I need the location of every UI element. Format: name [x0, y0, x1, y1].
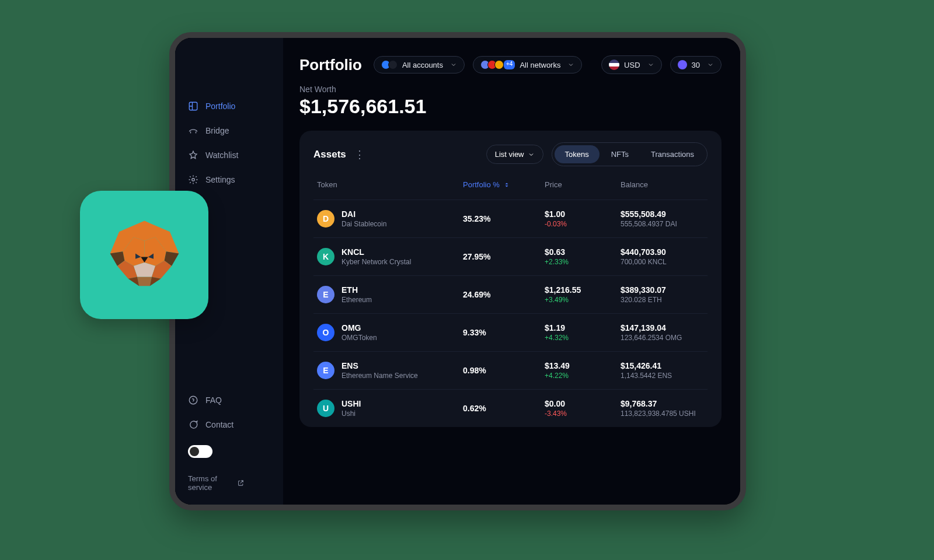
price-change: -3.43%	[545, 410, 615, 418]
more-menu-button[interactable]: ⋮	[354, 148, 366, 161]
col-price[interactable]: Price	[545, 180, 615, 189]
star-icon	[188, 150, 198, 160]
sidebar-item-settings[interactable]: Settings	[175, 167, 283, 192]
token-icon: U	[317, 400, 334, 417]
sort-icon	[503, 181, 510, 188]
networks-extra-badge: +4	[504, 60, 515, 69]
balance-usd: $440,703.90	[621, 247, 704, 257]
token-price: $0.63	[545, 247, 615, 257]
sidebar-item-label: Portfolio	[205, 102, 235, 111]
token-icon: E	[317, 362, 334, 379]
dashboard-icon	[188, 101, 198, 111]
token-name: Ethereum	[341, 296, 372, 304]
tablet-frame: Portfolio Bridge Watchlist Settings	[169, 32, 746, 510]
balance-usd: $147,139.04	[621, 323, 704, 332]
currency-label: USD	[624, 61, 640, 69]
price-change: -0.03%	[545, 220, 615, 228]
sidebar-item-label: Watchlist	[205, 150, 238, 160]
token-symbol: OMG	[341, 323, 377, 332]
table-row[interactable]: E ENS Ethereum Name Service 0.98% $13.49…	[313, 351, 708, 389]
balance-usd: $9,768.37	[621, 399, 704, 408]
sidebar-item-label: Settings	[205, 175, 235, 184]
accounts-selector[interactable]: All accounts	[374, 56, 465, 74]
balance-usd: $555,508.49	[621, 209, 704, 219]
balance-native: 123,646.2534 OMG	[621, 334, 704, 342]
chevron-down-icon	[528, 151, 535, 158]
table-row[interactable]: U USHI Ushi 0.62% $0.00 -3.43% $9,768.37…	[313, 389, 708, 427]
chat-icon	[188, 419, 198, 430]
terms-of-service-link[interactable]: Terms of service	[175, 466, 257, 505]
token-price: $1.00	[545, 209, 615, 219]
sidebar-item-watchlist[interactable]: Watchlist	[175, 143, 283, 167]
col-portfolio-pct[interactable]: Portfolio %	[463, 180, 539, 189]
assets-panel: Assets ⋮ List view Tokens NFTs Transacti…	[299, 131, 722, 427]
token-symbol: USHI	[341, 399, 361, 408]
sidebar-item-bridge[interactable]: Bridge	[175, 118, 283, 143]
tab-transactions[interactable]: Transactions	[640, 145, 705, 163]
balance-native: 320.028 ETH	[621, 296, 704, 304]
tab-tokens[interactable]: Tokens	[555, 145, 600, 163]
token-name: Ethereum Name Service	[341, 372, 418, 380]
price-change: +4.22%	[545, 372, 615, 380]
token-symbol: KNCL	[341, 247, 411, 257]
app-screen: Portfolio Bridge Watchlist Settings	[175, 38, 740, 505]
token-name: Ushi	[341, 410, 361, 418]
token-icon: K	[317, 248, 334, 265]
token-symbol: DAI	[341, 209, 386, 219]
svg-point-1	[192, 178, 195, 181]
token-symbol: ENS	[341, 361, 418, 370]
token-price: $0.00	[545, 399, 615, 408]
price-change: +3.49%	[545, 296, 615, 304]
tab-nfts[interactable]: NFTs	[601, 145, 639, 163]
main-content: Portfolio All accounts +4	[283, 38, 740, 505]
token-name: OMGToken	[341, 334, 377, 342]
metamask-app-icon	[80, 191, 208, 319]
table-row[interactable]: E ETH Ethereum 24.69% $1,216.55 +3.49% $…	[313, 275, 708, 313]
token-price: $13.49	[545, 361, 615, 370]
svg-marker-11	[137, 276, 152, 286]
networks-selector[interactable]: +4 All networks	[473, 56, 582, 74]
sidebar-item-label: Contact	[205, 420, 234, 429]
balance-native: 113,823,938.4785 USHI	[621, 410, 704, 418]
balance-native: 1,143.5442 ENS	[621, 372, 704, 380]
gear-icon	[188, 174, 198, 185]
token-icon: O	[317, 324, 334, 341]
sidebar-item-label: Bridge	[205, 126, 229, 135]
view-selector[interactable]: List view	[486, 145, 543, 164]
sidebar-item-faq[interactable]: FAQ	[175, 388, 283, 412]
tos-label: Terms of service	[188, 474, 237, 492]
balance-native: 700,000 KNCL	[621, 258, 704, 266]
col-balance[interactable]: Balance	[621, 180, 704, 189]
token-icon: E	[317, 286, 334, 303]
gas-selector[interactable]: 30	[670, 56, 722, 74]
gas-icon	[678, 60, 687, 69]
sidebar-item-label: FAQ	[205, 396, 222, 405]
col-token[interactable]: Token	[317, 180, 457, 189]
table-row[interactable]: O OMG OMGToken 9.33% $1.19 +4.32% $147,1…	[313, 313, 708, 351]
sidebar-item-contact[interactable]: Contact	[175, 412, 283, 437]
balance-usd: $15,426.41	[621, 361, 704, 370]
price-change: +2.33%	[545, 258, 615, 266]
view-label: List view	[495, 150, 524, 159]
chevron-down-icon	[567, 61, 574, 68]
help-icon	[188, 395, 198, 405]
balance-native: 555,508.4937 DAI	[621, 220, 704, 228]
token-price: $1.19	[545, 323, 615, 332]
token-icon: D	[317, 210, 334, 228]
token-name: Dai Stablecoin	[341, 220, 386, 228]
table-header: Token Portfolio % Price Balance	[313, 177, 708, 200]
token-symbol: ETH	[341, 285, 372, 295]
table-row[interactable]: D DAI Dai Stablecoin 35.23% $1.00 -0.03%…	[313, 200, 708, 237]
portfolio-pct: 35.23%	[463, 214, 539, 223]
chevron-down-icon	[647, 61, 654, 68]
chevron-down-icon	[707, 61, 714, 68]
balance-usd: $389,330.07	[621, 285, 704, 295]
theme-toggle[interactable]	[188, 445, 212, 458]
chevron-down-icon	[450, 61, 457, 68]
currency-selector[interactable]: USD	[601, 55, 661, 74]
accounts-label: All accounts	[402, 61, 443, 69]
page-title: Portfolio	[299, 56, 362, 74]
sidebar-item-portfolio[interactable]: Portfolio	[175, 94, 283, 118]
table-row[interactable]: K KNCL Kyber Network Crystal 27.95% $0.6…	[313, 237, 708, 275]
portfolio-pct: 24.69%	[463, 290, 539, 299]
